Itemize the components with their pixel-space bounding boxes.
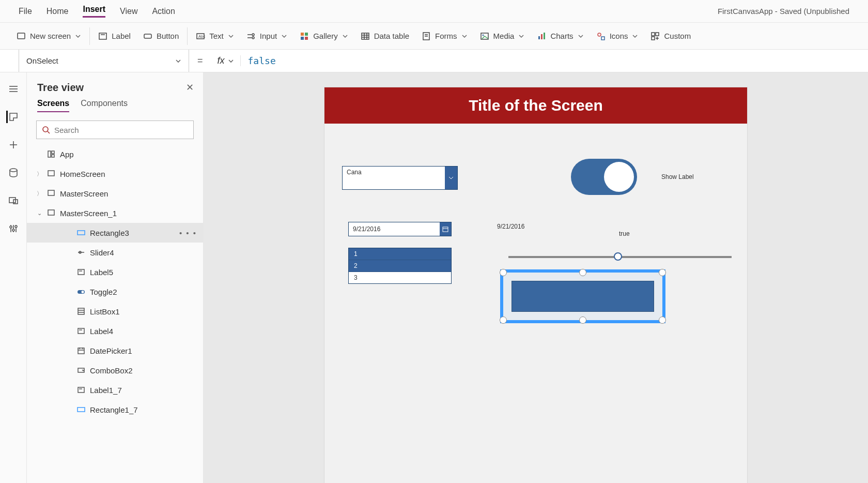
tree-node-label4[interactable]: Label4 — [27, 321, 203, 341]
tree-node-toggle2[interactable]: Toggle2 — [27, 282, 203, 301]
tree-node-label1-7[interactable]: Label1_7 — [27, 380, 203, 400]
fx-button[interactable]: fx — [211, 55, 241, 66]
button-icon — [143, 32, 152, 41]
tree-node-rectangle3[interactable]: Rectangle3 • • • — [27, 223, 203, 243]
equals-sign: = — [189, 55, 211, 66]
svg-marker-37 — [10, 113, 17, 120]
screen-icon — [47, 189, 56, 198]
close-icon[interactable]: ✕ — [186, 82, 194, 93]
svg-rect-10 — [301, 33, 304, 36]
charts-dropdown[interactable]: Charts — [531, 28, 590, 44]
selected-rectangle[interactable] — [500, 269, 665, 323]
search-input[interactable] — [54, 126, 188, 134]
tree-view-title: Tree view — [27, 82, 203, 99]
listbox-icon — [76, 307, 86, 316]
menu-view[interactable]: View — [120, 7, 137, 16]
slider-thumb[interactable] — [614, 252, 622, 261]
menu-file[interactable]: File — [19, 7, 32, 16]
property-selector[interactable]: OnSelect — [19, 50, 189, 72]
resize-handle[interactable] — [500, 316, 507, 324]
svg-point-23 — [482, 34, 484, 36]
resize-handle[interactable] — [659, 269, 666, 276]
tab-screens[interactable]: Screens — [37, 99, 69, 112]
media-dropdown[interactable]: Media — [474, 28, 531, 44]
menu-home[interactable]: Home — [47, 7, 69, 16]
list-item[interactable]: 3 — [349, 272, 451, 283]
label-icon — [98, 32, 107, 41]
chevron-down-icon — [518, 33, 524, 39]
canvas-area[interactable]: Title of the Screen Cana Show Label 9/21… — [204, 72, 868, 483]
svg-rect-12 — [301, 37, 304, 40]
new-screen-button[interactable]: New screen — [10, 28, 87, 44]
chevron-down-icon[interactable] — [445, 167, 457, 189]
datatable-button[interactable]: Data table — [354, 28, 415, 44]
svg-rect-60 — [78, 269, 84, 275]
calendar-icon — [76, 346, 86, 355]
tree-node-slider4[interactable]: Slider4 — [27, 243, 203, 262]
menu-insert[interactable]: Insert — [83, 5, 105, 18]
toggle-control[interactable] — [571, 159, 637, 195]
list-item[interactable]: 2 — [349, 260, 451, 272]
tree-node-masterscreen1[interactable]: ⌄ MasterScreen_1 — [27, 203, 203, 223]
more-icon[interactable]: • • • — [179, 229, 197, 237]
svg-rect-3 — [144, 34, 151, 38]
resize-handle[interactable] — [659, 316, 666, 324]
svg-rect-51 — [48, 151, 51, 157]
calendar-icon[interactable] — [440, 222, 451, 236]
svg-rect-14 — [362, 33, 369, 39]
chevron-down-icon — [461, 33, 468, 39]
svg-rect-31 — [652, 37, 655, 40]
tree-node-masterscreen[interactable]: 〉 MasterScreen — [27, 184, 203, 203]
svg-rect-55 — [48, 190, 54, 195]
svg-rect-53 — [52, 155, 54, 157]
slider-control[interactable] — [508, 256, 732, 258]
svg-rect-30 — [656, 33, 659, 36]
formula-input[interactable]: false — [241, 55, 283, 66]
media-rail-button[interactable] — [7, 194, 20, 207]
svg-rect-11 — [305, 33, 308, 36]
input-dropdown[interactable]: Input — [240, 28, 293, 44]
tree-list[interactable]: App 〉 HomeScreen 〉 MasterScreen ⌄ Master… — [27, 144, 203, 473]
rectangle-icon — [76, 405, 86, 414]
label-icon — [76, 326, 86, 336]
menu-action[interactable]: Action — [152, 7, 175, 16]
tree-node-app[interactable]: App — [27, 144, 203, 164]
combobox-icon — [76, 366, 86, 375]
svg-point-46 — [10, 226, 12, 228]
canvas-screen[interactable]: Title of the Screen Cana Show Label 9/21… — [324, 87, 748, 483]
tree-node-combobox2[interactable]: ComboBox2 — [27, 360, 203, 380]
screen-title-bar[interactable]: Title of the Screen — [324, 87, 747, 124]
tree-node-rectangle1-7[interactable]: Rectangle1_7 — [27, 400, 203, 419]
custom-dropdown[interactable]: Custom — [644, 28, 697, 44]
combobox-control[interactable]: Cana — [342, 166, 458, 190]
svg-rect-54 — [48, 171, 54, 176]
tree-node-listbox1[interactable]: ListBox1 — [27, 301, 203, 321]
datepicker-control[interactable]: 9/21/2016 — [348, 222, 452, 236]
resize-handle[interactable] — [579, 316, 586, 324]
tree-node-datepicker1[interactable]: DatePicker1 — [27, 341, 203, 360]
insert-rail-button[interactable] — [7, 139, 20, 151]
screen-icon — [47, 208, 56, 218]
svg-rect-41 — [9, 198, 16, 203]
tab-components[interactable]: Components — [81, 99, 128, 112]
listbox-control[interactable]: 1 2 3 — [348, 248, 452, 284]
treeview-rail-button[interactable] — [6, 111, 19, 123]
search-box[interactable] — [36, 120, 194, 139]
svg-rect-0 — [18, 33, 25, 39]
text-dropdown[interactable]: Abc Text — [190, 28, 240, 44]
label-button[interactable]: Label — [92, 28, 137, 44]
gallery-dropdown[interactable]: Gallery — [293, 28, 354, 44]
resize-handle[interactable] — [500, 269, 507, 276]
data-rail-button[interactable] — [7, 167, 20, 179]
advanced-rail-button[interactable] — [7, 222, 20, 235]
input-icon — [246, 32, 256, 41]
svg-point-7 — [252, 34, 254, 36]
button-button[interactable]: Button — [137, 28, 185, 44]
forms-dropdown[interactable]: Forms — [415, 28, 474, 44]
resize-handle[interactable] — [579, 269, 586, 276]
hamburger-icon[interactable] — [7, 83, 20, 95]
tree-node-homescreen[interactable]: 〉 HomeScreen — [27, 164, 203, 184]
tree-node-label5[interactable]: Label5 — [27, 262, 203, 282]
list-item[interactable]: 1 — [349, 248, 451, 260]
icons-dropdown[interactable]: Icons — [590, 28, 645, 44]
